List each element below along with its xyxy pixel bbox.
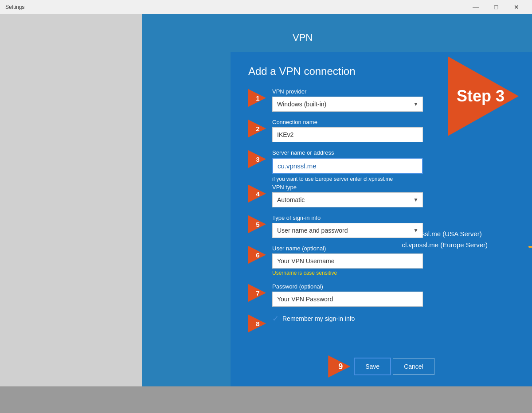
step-badge-2: 2: [248, 120, 266, 137]
left-panel: [0, 14, 142, 413]
signin-type-label: Type of sign-in info: [272, 214, 423, 221]
checkmark-icon: ✓: [272, 314, 279, 323]
vpn-type-label: VPN type: [272, 184, 423, 191]
left-panel-header: [0, 14, 142, 28]
title-bar-controls: — □ ✕: [466, 0, 527, 14]
signin-select[interactable]: User name and password: [272, 223, 423, 238]
europe-server: cl.vpnssl.me (Europe Server): [402, 241, 488, 249]
remember-label: Remember my sign-in info: [282, 315, 355, 322]
step-badge-3: 3: [248, 150, 266, 168]
maximize-button[interactable]: □: [486, 0, 506, 14]
vpn-provider-select-wrapper: Windows (built-in) ▼: [272, 97, 423, 112]
vpn-provider-label: VPN provider: [272, 88, 423, 95]
main-area: VPN JellyVPN Step 3 Add a VPN connection…: [142, 14, 532, 413]
vpn-section-label: VPN: [293, 32, 313, 43]
step-badge-9: 9: [328, 355, 350, 378]
server-hint: if you want to use Europe server enter c…: [272, 176, 423, 182]
step-row-3: 3 Server name or address if you want to …: [248, 149, 514, 182]
step-number-7: 7: [254, 289, 259, 297]
vpn-provider-select[interactable]: Windows (built-in): [272, 97, 423, 112]
step-number-5: 5: [254, 221, 259, 228]
bottom-bar: [0, 386, 532, 413]
title-bar-text: Settings: [5, 4, 466, 10]
save-button[interactable]: Save: [354, 358, 391, 375]
vpn-provider-group: VPN provider Windows (built-in) ▼: [272, 88, 423, 112]
step3-badge-large: Step 3: [448, 56, 519, 136]
remember-row: ✓ Remember my sign-in info: [272, 314, 355, 323]
title-bar: Settings — □ ✕: [0, 0, 532, 14]
password-input[interactable]: [272, 292, 423, 307]
step-badge-5: 5: [248, 215, 266, 233]
step-row-4: 4 VPN type Automatic ▼: [248, 184, 514, 207]
server-label: Server name or address: [272, 149, 423, 156]
step-number-2: 2: [254, 125, 259, 132]
step-number-3: 3: [254, 156, 259, 163]
server-input[interactable]: [272, 158, 423, 174]
signin-type-group: Type of sign-in info User name and passw…: [272, 214, 423, 238]
step-number-9: 9: [336, 362, 343, 371]
username-label: User name (optional): [272, 245, 423, 252]
step-badge-6: 6: [248, 246, 266, 264]
connection-name-label: Connection name: [272, 119, 423, 125]
signin-select-wrapper: User name and password ▼: [272, 223, 423, 238]
password-label: Password (optional): [272, 283, 423, 290]
cancel-button[interactable]: Cancel: [393, 358, 434, 375]
server-info: cu.vpnssl.me (USA Server) cl.vpnssl.me (…: [402, 230, 488, 252]
minimize-button[interactable]: —: [466, 0, 486, 14]
step-number-4: 4: [254, 190, 259, 198]
step-badge-4: 4: [248, 185, 266, 203]
password-group: Password (optional): [272, 283, 423, 307]
step-badge-1: 1: [248, 89, 266, 107]
username-input[interactable]: [272, 253, 423, 269]
usa-server: cu.vpnssl.me (USA Server): [402, 230, 488, 238]
username-note: Username is case sensitive: [272, 270, 423, 276]
step-badge-8: 8: [248, 315, 266, 332]
step-number-6: 6: [254, 251, 259, 259]
vpn-type-group: VPN type Automatic ▼: [272, 184, 423, 207]
server-group: Server name or address if you want to us…: [272, 149, 423, 182]
buttons-row: 9 Save Cancel: [231, 355, 532, 378]
step-number-1: 1: [254, 94, 259, 102]
step-number-8: 8: [254, 320, 259, 327]
step-badge-7: 7: [248, 284, 266, 302]
vpn-type-select[interactable]: Automatic: [272, 192, 423, 207]
username-group: User name (optional) Username is case se…: [272, 245, 423, 276]
connection-name-group: Connection name: [272, 119, 423, 142]
step-row-7: 7 Password (optional): [248, 283, 514, 307]
vpn-type-select-wrapper: Automatic ▼: [272, 192, 423, 207]
step3-badge-label: Step 3: [457, 87, 505, 105]
server-arrow-icon: ➜: [528, 238, 532, 255]
step-row-8: 8 ✓ Remember my sign-in info: [248, 314, 514, 332]
close-button[interactable]: ✕: [506, 0, 527, 14]
connection-name-input[interactable]: [272, 127, 423, 142]
